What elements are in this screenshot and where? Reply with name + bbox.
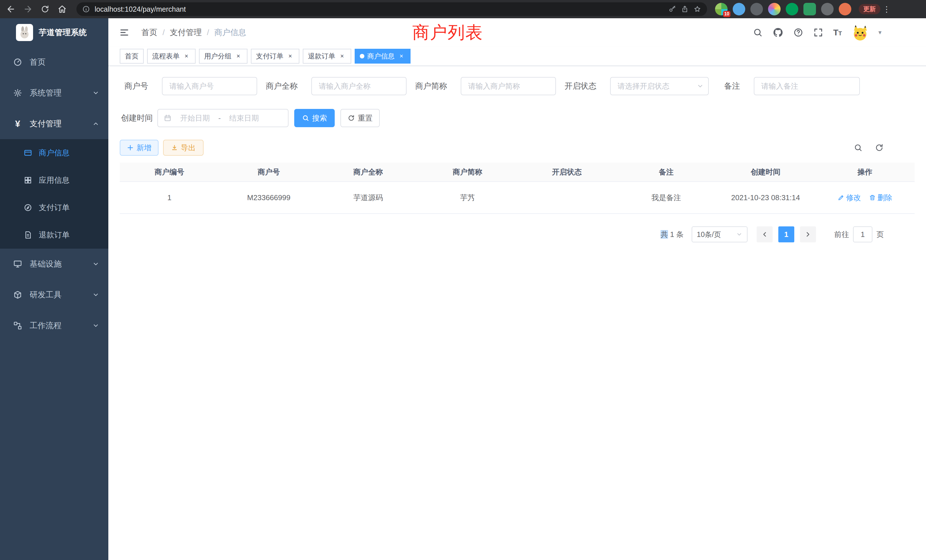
user-menu-caret-icon[interactable]: ▾ [878, 29, 882, 36]
breadcrumb-current: 商户信息 [214, 27, 246, 38]
merchant-no-input[interactable] [162, 77, 257, 95]
close-icon[interactable]: × [183, 52, 191, 60]
sidebar-item-app-info[interactable]: 应用信息 [0, 166, 108, 194]
search-button[interactable]: 搜索 [294, 109, 335, 127]
hamburger-icon [119, 27, 129, 38]
share-icon[interactable] [681, 5, 689, 13]
tab-user-group[interactable]: 用户分组× [199, 49, 247, 64]
refresh-table-button[interactable] [872, 141, 886, 154]
sidebar-item-refund-order[interactable]: 退款订单 [0, 221, 108, 249]
browser-menu-button[interactable]: ⋮ [882, 2, 892, 16]
chevron-up-icon [92, 120, 99, 127]
application-window: localhost:1024/pay/merchant 10 更新 ⋮ [0, 0, 926, 560]
sidebar-item-system[interactable]: 系统管理 [0, 77, 108, 108]
sidebar-toggle-button[interactable] [117, 24, 132, 41]
short-name-input[interactable] [461, 77, 556, 95]
total-rest: 1 条 [668, 230, 684, 239]
page-number-button[interactable]: 1 [778, 226, 794, 242]
next-page-button[interactable] [800, 226, 816, 242]
gear-icon [12, 88, 23, 97]
user-avatar[interactable] [852, 24, 869, 41]
breadcrumb-payment[interactable]: 支付管理 [170, 27, 202, 38]
tab-pay-order[interactable]: 支付订单× [251, 49, 300, 64]
url-text[interactable]: localhost:1024/pay/merchant [95, 5, 186, 14]
tab-label: 支付订单 [256, 51, 283, 61]
goto-page-input[interactable] [853, 226, 872, 242]
github-icon[interactable] [773, 27, 784, 38]
extension-icon[interactable] [786, 3, 798, 15]
status-select[interactable] [610, 77, 709, 95]
chevron-right-icon [804, 231, 812, 238]
tab-label: 用户分组 [204, 51, 232, 61]
status-select-input[interactable] [610, 77, 709, 95]
tab-process-form[interactable]: 流程表单× [147, 49, 195, 64]
browser-back-button[interactable] [2, 1, 20, 17]
help-icon[interactable] [793, 27, 803, 38]
add-button[interactable]: 新增 [120, 140, 159, 156]
sidebar-item-label: 研发工具 [30, 289, 62, 300]
tab-merchant-info[interactable]: 商户信息× [355, 49, 410, 64]
extension-icon[interactable]: 10 [715, 3, 728, 15]
export-button[interactable]: 导出 [163, 140, 204, 156]
date-range-separator: - [214, 114, 225, 123]
extension-icon[interactable] [768, 3, 781, 15]
reset-button[interactable]: 重置 [340, 109, 380, 127]
breadcrumb-home[interactable]: 首页 [141, 27, 157, 38]
search-icon[interactable] [753, 27, 763, 38]
start-date-placeholder[interactable]: 开始日期 [176, 113, 214, 123]
sidebar-item-pay-order[interactable]: 支付订单 [0, 194, 108, 221]
full-name-input[interactable] [311, 77, 407, 95]
main-content: 商户号 商户全称 商户简称 开启状态 备注 创建时间 开始日期 - 结束日期 搜 [108, 66, 926, 560]
toggle-search-button[interactable] [851, 141, 865, 154]
extension-icon[interactable] [821, 3, 834, 15]
delete-link[interactable]: 删除 [869, 193, 892, 203]
sidebar-item-merchant-info[interactable]: 商户信息 [0, 139, 108, 166]
fullscreen-icon[interactable] [813, 27, 823, 38]
column-header: 备注 [617, 167, 716, 177]
edit-link[interactable]: 修改 [838, 193, 861, 203]
browser-reload-button[interactable] [36, 1, 54, 17]
font-size-large-glyph: T [833, 28, 838, 37]
sidebar-item-label: 工作流程 [30, 320, 62, 331]
sidebar-item-infrastructure[interactable]: 基础设施 [0, 249, 108, 279]
extension-icon[interactable] [803, 3, 816, 15]
browser-update-button[interactable]: 更新 [859, 4, 881, 14]
browser-home-button[interactable] [54, 1, 71, 17]
sidebar-item-label: 系统管理 [30, 88, 62, 98]
prev-page-button[interactable] [757, 226, 773, 242]
end-date-placeholder[interactable]: 结束日期 [225, 113, 263, 123]
sidebar-item-devtools[interactable]: 研发工具 [0, 279, 108, 310]
sidebar-item-label: 基础设施 [30, 259, 62, 269]
close-icon[interactable]: × [338, 52, 346, 60]
delete-link-label: 删除 [878, 193, 892, 203]
cell-create-time: 2021-10-23 08:31:14 [716, 193, 816, 202]
tab-refund-order[interactable]: 退款订单× [303, 49, 351, 64]
page-size-select[interactable]: 10条/页 [691, 226, 747, 242]
remark-input[interactable] [754, 77, 860, 95]
sidebar-item-payment[interactable]: ¥ 支付管理 [0, 108, 108, 139]
sidebar-item-label: 退款订单 [39, 230, 70, 240]
sidebar-item-workflow[interactable]: 工作流程 [0, 310, 108, 341]
sidebar-item-label: 支付订单 [39, 203, 70, 213]
close-icon[interactable]: × [235, 52, 242, 60]
extension-icon[interactable] [750, 3, 763, 15]
tab-home[interactable]: 首页 [120, 49, 144, 64]
close-icon[interactable]: × [286, 52, 294, 60]
bookmark-star-icon[interactable] [693, 5, 701, 13]
navbar-actions: TT ▾ [753, 24, 882, 41]
top-navbar: 首页 / 支付管理 / 商户信息 商户列表 TT [108, 18, 926, 47]
font-size-icon[interactable]: TT [833, 28, 842, 37]
address-bar[interactable]: localhost:1024/pay/merchant [76, 2, 707, 16]
extension-icon[interactable] [733, 3, 745, 15]
password-key-icon[interactable] [668, 5, 676, 13]
date-range-picker[interactable]: 开始日期 - 结束日期 [157, 109, 289, 127]
column-header: 商户简称 [418, 167, 517, 177]
site-info-icon[interactable] [82, 5, 90, 13]
edit-link-label: 修改 [846, 193, 861, 203]
breadcrumb-separator: / [162, 28, 165, 37]
close-icon[interactable]: × [398, 52, 406, 60]
sidebar-item-home[interactable]: 首页 [0, 47, 108, 77]
profile-avatar-icon[interactable] [839, 3, 851, 15]
sidebar-logo[interactable]: 芋道管理系统 [0, 18, 108, 47]
browser-forward-button[interactable] [20, 1, 36, 17]
